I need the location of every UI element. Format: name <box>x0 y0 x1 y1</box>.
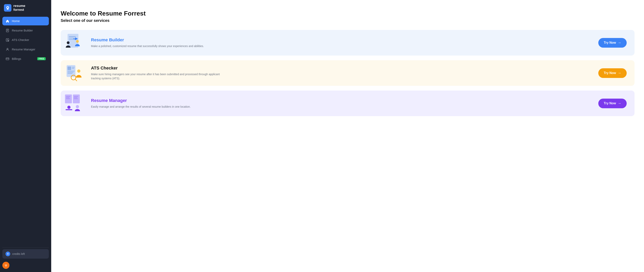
resume-manager-icon <box>6 47 10 51</box>
svg-point-3 <box>8 40 9 41</box>
logo-icon <box>4 4 12 11</box>
sidebar-item-billings[interactable]: Billings FREE <box>2 54 49 63</box>
svg-rect-24 <box>66 98 70 99</box>
svg-rect-16 <box>68 71 75 71</box>
user-area[interactable]: U <box>2 262 49 269</box>
logo-line2: forrest <box>14 8 25 12</box>
ats-checker-icon <box>6 38 10 42</box>
svg-rect-28 <box>74 98 78 99</box>
svg-rect-18 <box>68 73 72 74</box>
svg-point-31 <box>76 105 79 108</box>
nav-menu: Home Resume Builder ATS Checker <box>0 15 51 246</box>
sidebar-item-home[interactable]: Home <box>2 17 49 25</box>
service-card-resume-manager: Resume Manager Easily manage and arrange… <box>61 90 634 116</box>
resume-manager-button-label: Try Now <box>604 102 616 105</box>
sidebar: resume forrest Home Resume Builder <box>0 0 51 272</box>
free-badge: FREE <box>37 57 46 60</box>
logo-area: resume forrest <box>0 0 51 15</box>
resume-builder-illustration <box>61 30 86 55</box>
resume-manager-card-description: Easily manage and arrange the results of… <box>91 105 225 109</box>
sidebar-item-resume-builder-label: Resume Builder <box>12 29 33 32</box>
resume-builder-arrow-icon: → <box>618 41 621 45</box>
svg-rect-7 <box>69 36 76 37</box>
svg-rect-15 <box>72 68 74 69</box>
ats-checker-try-now-button[interactable]: Try Now → <box>598 68 627 78</box>
credits-count: 0 <box>6 252 10 256</box>
resume-manager-illustration <box>61 90 86 116</box>
page-subtitle: Select one of our services <box>61 18 634 23</box>
resume-builder-card-body: Resume Builder Make a polished, customiz… <box>91 33 598 53</box>
credits-bar: 0 credits left <box>2 249 49 259</box>
ats-checker-illustration <box>61 60 86 86</box>
resume-manager-card-body: Resume Manager Easily manage and arrange… <box>91 93 598 114</box>
sidebar-item-ats-checker[interactable]: ATS Checker <box>2 36 49 44</box>
avatar: U <box>2 262 10 269</box>
resume-manager-try-now-button[interactable]: Try Now → <box>598 99 627 108</box>
sidebar-item-home-label: Home <box>12 19 20 23</box>
svg-rect-17 <box>68 72 74 73</box>
billings-icon <box>6 57 10 61</box>
svg-rect-13 <box>68 66 71 70</box>
ats-checker-arrow-icon: → <box>618 71 621 75</box>
resume-builder-card-title: Resume Builder <box>91 37 598 42</box>
resume-builder-try-now-button[interactable]: Try Now → <box>598 38 627 48</box>
service-card-ats-checker: ATS Checker Make sure hiring managers se… <box>61 60 634 86</box>
resume-builder-button-label: Try Now <box>604 41 616 44</box>
svg-rect-23 <box>66 97 70 98</box>
sidebar-item-resume-manager-label: Resume Manager <box>12 48 35 51</box>
ats-checker-button-label: Try Now <box>604 71 616 75</box>
logo-text: resume forrest <box>14 4 25 12</box>
svg-rect-5 <box>6 58 9 60</box>
svg-rect-27 <box>74 97 78 98</box>
ats-checker-card-body: ATS Checker Make sure hiring managers se… <box>91 61 598 85</box>
svg-point-11 <box>76 40 79 43</box>
svg-point-10 <box>67 41 70 44</box>
ats-checker-card-description: Make sure hiring managers see your resum… <box>91 72 225 80</box>
sidebar-item-ats-checker-label: ATS Checker <box>12 38 29 41</box>
home-icon <box>6 19 10 23</box>
credits-label: credits left <box>12 252 25 256</box>
resume-manager-arrow-icon: → <box>618 101 621 105</box>
svg-point-29 <box>67 106 70 109</box>
sidebar-item-billings-label: Billings <box>12 57 21 60</box>
svg-rect-9 <box>69 39 75 40</box>
service-card-resume-builder: Resume Builder Make a polished, customiz… <box>61 30 634 55</box>
main-content: Welcome to Resume Forrest Select one of … <box>51 0 644 272</box>
svg-rect-26 <box>74 96 78 97</box>
logo-line1: resume <box>14 4 25 8</box>
resume-builder-icon <box>6 28 10 32</box>
svg-rect-22 <box>66 96 70 97</box>
svg-point-19 <box>77 69 80 73</box>
sidebar-item-resume-manager[interactable]: Resume Manager <box>2 45 49 54</box>
resume-manager-card-title: Resume Manager <box>91 98 598 103</box>
svg-rect-14 <box>72 67 75 67</box>
svg-point-4 <box>7 48 8 49</box>
svg-rect-30 <box>66 109 72 110</box>
svg-point-0 <box>7 7 8 8</box>
ats-checker-card-title: ATS Checker <box>91 65 598 71</box>
resume-builder-card-description: Make a polished, customized resume that … <box>91 44 225 48</box>
svg-rect-8 <box>69 38 74 38</box>
sidebar-item-resume-builder[interactable]: Resume Builder <box>2 26 49 35</box>
page-title: Welcome to Resume Forrest <box>61 10 634 17</box>
